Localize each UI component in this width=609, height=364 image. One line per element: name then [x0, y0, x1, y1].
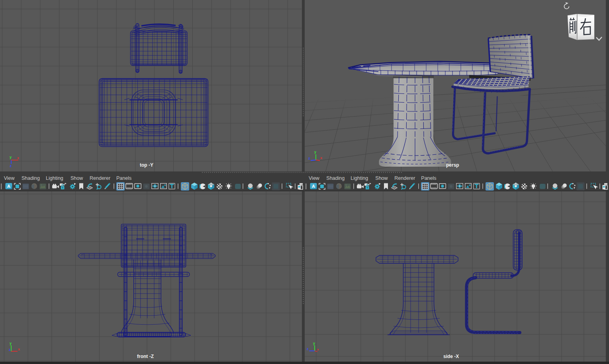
svg-text:y: y: [10, 155, 12, 159]
svg-text:z: z: [307, 347, 309, 351]
svg-text:x: x: [18, 347, 20, 351]
svg-text:z: z: [9, 348, 11, 352]
svg-text:z: z: [10, 164, 12, 168]
svg-text:x: x: [17, 156, 19, 160]
svg-text:A: A: [7, 184, 10, 189]
svg-text:x: x: [317, 348, 319, 351]
svg-text:y: y: [314, 150, 316, 154]
svg-text:A: A: [312, 184, 315, 189]
svg-text:y: y: [313, 341, 315, 345]
svg-text:x: x: [320, 156, 322, 160]
svg-text:y: y: [10, 341, 12, 345]
svg-text:z: z: [308, 156, 310, 160]
